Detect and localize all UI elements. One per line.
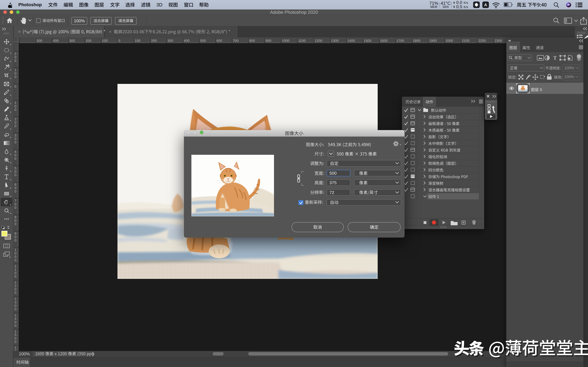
svg-text:6: 6 [14,349,17,351]
svg-text:0: 0 [14,121,17,124]
svg-text:6: 6 [14,183,17,186]
svg-text:0: 0 [14,258,17,262]
svg-text:3: 3 [14,300,17,304]
svg-text:100: 100 [102,39,108,42]
svg-text:0: 0 [14,157,17,160]
svg-text:0: 0 [14,189,17,193]
svg-text:300: 300 [167,39,173,42]
svg-text:1: 1 [14,313,17,317]
svg-text:1700: 1700 [396,39,404,42]
svg-text:4: 4 [14,150,17,153]
svg-text:1500: 1500 [364,39,372,42]
svg-text:2100: 2100 [462,39,469,42]
svg-text:1: 1 [14,267,17,271]
svg-text:0: 0 [118,39,120,42]
svg-text:1: 1 [14,329,17,333]
svg-text:1300: 1300 [331,39,339,42]
svg-text:1: 1 [14,346,17,350]
svg-text:7: 7 [14,199,17,202]
svg-text:1800: 1800 [413,39,421,42]
svg-text:0: 0 [14,59,17,62]
svg-text:200: 200 [86,39,91,42]
svg-text:0: 0 [14,137,17,141]
svg-text:2300: 2300 [494,39,502,42]
svg-text:9: 9 [14,232,17,235]
svg-text:1100: 1100 [298,39,306,42]
svg-text:0: 0 [14,55,17,59]
svg-text:2: 2 [14,52,17,56]
svg-text:1: 1 [14,68,17,72]
svg-text:0: 0 [14,75,17,79]
svg-text:1: 1 [14,101,17,105]
svg-text:0: 0 [14,108,17,111]
svg-text:1: 1 [14,281,17,284]
svg-text:1200: 1200 [314,39,322,42]
svg-text:0: 0 [14,218,17,222]
svg-text:2200: 2200 [478,39,486,42]
svg-text:0: 0 [14,202,17,206]
svg-text:0: 0 [14,255,17,259]
svg-text:0: 0 [14,71,17,75]
svg-text:A: A [484,3,487,7]
svg-text:900: 900 [266,39,271,42]
svg-text:0: 0 [14,170,17,173]
svg-text:100: 100 [135,39,140,42]
svg-text:400: 400 [184,39,190,42]
svg-text:2: 2 [14,117,17,121]
svg-text:1900: 1900 [429,39,437,42]
svg-text:300: 300 [69,39,75,42]
svg-text:0: 0 [14,153,17,157]
svg-text:0: 0 [14,235,17,239]
svg-text:4: 4 [14,317,17,320]
svg-text:0: 0 [14,275,17,278]
svg-text:700: 700 [233,39,239,42]
svg-text:0: 0 [14,186,17,190]
svg-text:8: 8 [14,215,17,219]
svg-text:0: 0 [14,271,17,275]
svg-text:0: 0 [14,320,17,324]
svg-text:0: 0 [14,307,17,311]
svg-text:1600: 1600 [380,39,388,42]
svg-text:5: 5 [14,333,17,337]
svg-text:0: 0 [14,84,17,88]
svg-text:0: 0 [14,173,17,177]
svg-text:0: 0 [14,140,17,144]
svg-text:1000: 1000 [282,39,290,42]
svg-text:0: 0 [14,287,17,291]
svg-text:400: 400 [53,39,59,42]
svg-text:3: 3 [14,133,17,137]
svg-text:0: 0 [14,222,17,226]
svg-text:0: 0 [14,291,17,295]
svg-text:0: 0 [14,251,17,255]
svg-text:200: 200 [151,39,157,42]
svg-text:1: 1 [14,264,17,268]
svg-text:1: 1 [14,297,17,301]
svg-text:1: 1 [14,248,17,252]
svg-text:500: 500 [200,39,206,42]
svg-text:0: 0 [14,238,17,242]
svg-text:2: 2 [14,284,17,288]
svg-text:0: 0 [14,340,17,343]
svg-text:0: 0 [14,324,17,327]
svg-text:0: 0 [14,124,17,128]
svg-text:5: 5 [14,166,17,170]
svg-text:500: 500 [37,39,42,42]
svg-text:0: 0 [14,304,17,308]
svg-text:800: 800 [249,39,255,42]
svg-text:0: 0 [14,206,17,209]
svg-text:0: 0 [14,104,17,108]
svg-text:2000: 2000 [445,39,453,42]
svg-text:600: 600 [216,39,222,42]
svg-text:1400: 1400 [347,39,355,42]
svg-text:0: 0 [14,336,17,340]
